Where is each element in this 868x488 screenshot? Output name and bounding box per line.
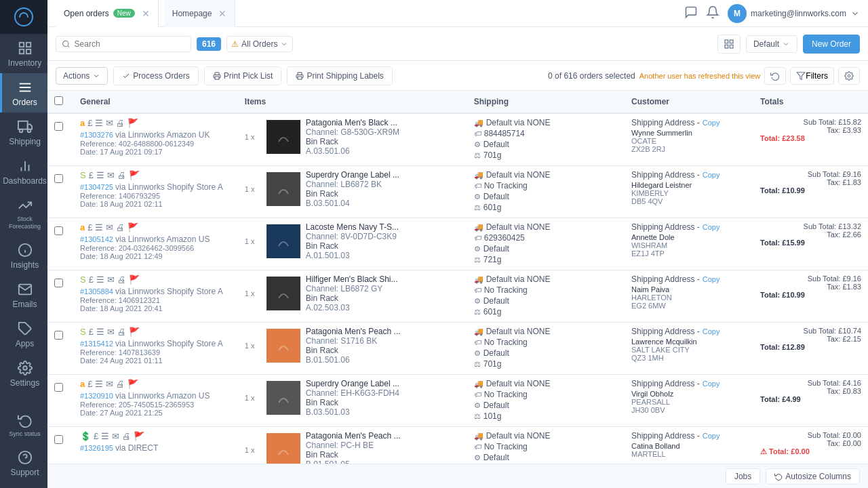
tracking-line: 🏷No Tracking	[474, 390, 618, 399]
tag-icon: 🏷	[474, 234, 481, 242]
all-orders-btn[interactable]: ⚠ All Orders	[226, 36, 293, 52]
list-icon[interactable]: ☰	[95, 379, 103, 389]
row-checkbox-6[interactable]	[54, 435, 63, 444]
sidebar-item-insights[interactable]: Insights	[0, 236, 47, 275]
settings-button[interactable]	[838, 67, 860, 85]
subtotal: Sub Total: £4.16	[760, 379, 861, 387]
actions-right: 0 of 616 orders selected Another user ha…	[548, 67, 860, 85]
order-link[interactable]: #1305884	[80, 287, 113, 296]
email-icon[interactable]: ✉	[106, 222, 113, 232]
sidebar-item-orders[interactable]: Orders	[0, 73, 47, 113]
sidebar-item-emails[interactable]: Emails	[0, 275, 47, 314]
select-all-checkbox-header[interactable]	[47, 91, 73, 113]
actions-dropdown[interactable]: Actions	[56, 67, 108, 85]
filters-button[interactable]: Filters	[790, 67, 834, 85]
tab-open-orders[interactable]: Open orders New ✕	[56, 0, 159, 27]
print-pick-list-button[interactable]: Print Pick List	[204, 66, 282, 85]
shipping-default: Default	[484, 140, 509, 149]
row-checkbox-2[interactable]	[54, 226, 63, 235]
sidebar-item-apps-label: Apps	[16, 339, 34, 348]
view-toggle-btn[interactable]	[717, 35, 741, 54]
row-checkbox-5[interactable]	[54, 383, 63, 392]
list-icon[interactable]: ☰	[96, 274, 104, 285]
order-link[interactable]: #1320910	[80, 392, 113, 400]
select-all-checkbox[interactable]	[54, 96, 63, 105]
print-icon[interactable]: 🖨	[117, 327, 126, 337]
channel-icon: S	[80, 274, 86, 285]
copy-button[interactable]: Copy	[703, 380, 720, 388]
copy-button[interactable]: Copy	[703, 171, 720, 179]
print-icon[interactable]: 🖨	[116, 118, 125, 128]
item-channel-code: Channel: S1716 BK	[306, 336, 401, 346]
copy-button[interactable]: Copy	[703, 223, 720, 231]
print-labels-icon	[296, 72, 304, 80]
search-input[interactable]	[75, 39, 185, 49]
list-icon[interactable]: ☰	[96, 170, 104, 180]
shipping-method: Default via NONE	[486, 431, 551, 441]
row-checkbox-4[interactable]	[54, 331, 63, 340]
list-icon[interactable]: ☰	[95, 222, 103, 232]
email-icon[interactable]: ✉	[107, 170, 115, 180]
email-icon[interactable]: ✉	[112, 431, 119, 441]
print-icon[interactable]: 🖨	[117, 274, 126, 285]
row-checkbox-3[interactable]	[54, 279, 63, 287]
email-icon[interactable]: ✉	[106, 118, 113, 128]
item-qty: 1 x	[245, 133, 261, 141]
sidebar-item-shipping[interactable]: Shipping	[0, 113, 47, 152]
search-box[interactable]	[56, 36, 191, 52]
subtotal: Sub Total: £9.16	[760, 170, 861, 178]
default-select[interactable]: Default	[746, 35, 797, 53]
sidebar-item-apps[interactable]: Apps	[0, 314, 47, 354]
email-icon[interactable]: ✉	[107, 327, 115, 337]
order-link[interactable]: #1326195	[80, 444, 113, 452]
shipping-method: Default via NONE	[486, 379, 551, 388]
sidebar-item-settings[interactable]: Settings	[0, 354, 47, 393]
shipping-default-line: ⚙ Default	[474, 140, 618, 149]
print-icon[interactable]: 🖨	[117, 170, 126, 180]
row-checkbox-1[interactable]	[54, 174, 63, 183]
print-icon[interactable]: 🖨	[122, 431, 131, 441]
table-area: General Items Shipping Customer Totals	[47, 91, 868, 464]
copy-button[interactable]: Copy	[703, 327, 720, 336]
autosize-columns-button[interactable]: Autosize Columns	[766, 468, 860, 485]
sidebar-item-support[interactable]: Support	[0, 443, 47, 483]
order-link[interactable]: #1315412	[80, 340, 113, 348]
email-icon[interactable]: ✉	[106, 379, 113, 389]
sidebar-item-stock-forecasting[interactable]: Stock Forecasting	[0, 191, 47, 236]
copy-button[interactable]: Copy	[703, 432, 720, 440]
all-orders-label: All Orders	[241, 39, 277, 49]
order-link[interactable]: #1303276	[80, 131, 113, 139]
jobs-button[interactable]: Jobs	[726, 468, 760, 485]
copy-button[interactable]: Copy	[703, 275, 720, 283]
process-orders-button[interactable]: Process Orders	[113, 66, 198, 85]
list-icon[interactable]: ☰	[101, 431, 109, 441]
tab-close-homepage[interactable]: ✕	[218, 8, 226, 19]
refresh-button[interactable]	[764, 67, 786, 85]
chat-icon[interactable]	[684, 5, 698, 21]
customer-postcode: JH30 0BV	[631, 406, 747, 414]
email-icon[interactable]: ✉	[107, 274, 115, 285]
search-icon	[62, 39, 71, 49]
sidebar-item-sync-status[interactable]: Sync status	[0, 406, 47, 443]
bell-icon[interactable]	[706, 5, 719, 21]
sidebar-item-support-label: Support	[10, 468, 39, 477]
svg-rect-23	[725, 40, 728, 43]
print-icon[interactable]: 🖨	[116, 222, 125, 232]
truck-icon: 🚚	[474, 380, 484, 388]
order-link[interactable]: #1305142	[80, 235, 113, 243]
print-icon[interactable]: 🖨	[116, 379, 125, 389]
copy-button[interactable]: Copy	[703, 119, 720, 127]
list-icon[interactable]: ☰	[96, 327, 104, 337]
customer-city: WISHRAM	[631, 241, 747, 249]
tab-close-open-orders[interactable]: ✕	[142, 8, 150, 19]
list-icon[interactable]: ☰	[95, 118, 103, 128]
sidebar-item-inventory[interactable]: Inventory	[0, 34, 47, 73]
print-shipping-labels-button[interactable]: Print Shipping Labels	[287, 66, 392, 85]
new-order-button[interactable]: New Order	[803, 35, 860, 54]
sidebar-item-dashboards[interactable]: Dashboards	[0, 152, 47, 191]
user-info[interactable]: M marketing@linnworks.com	[728, 4, 860, 23]
order-link[interactable]: #1304725	[80, 183, 113, 191]
tab-homepage[interactable]: Homepage ✕	[164, 0, 236, 27]
row-checkbox-0[interactable]	[54, 122, 63, 131]
sidebar-item-insights-label: Insights	[11, 260, 39, 270]
